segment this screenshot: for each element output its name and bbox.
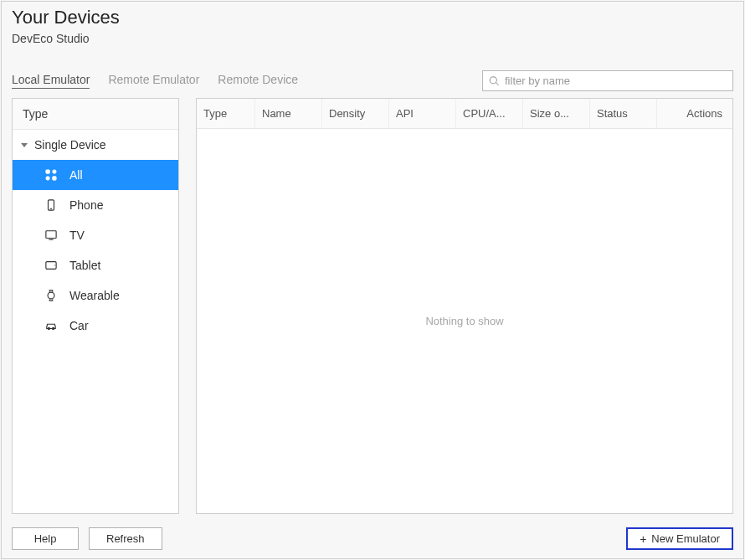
new-emulator-button[interactable]: + New Emulator bbox=[626, 527, 733, 550]
phone-icon bbox=[44, 198, 58, 212]
car-icon bbox=[44, 319, 58, 332]
sidebar-item-phone[interactable]: Phone bbox=[13, 190, 178, 220]
sidebar-item-car[interactable]: Car bbox=[13, 311, 178, 341]
header: Your Devices DevEco Studio bbox=[2, 2, 743, 52]
grid-icon bbox=[44, 168, 58, 182]
column-actions[interactable]: Actions bbox=[657, 99, 732, 128]
column-size[interactable]: Size o... bbox=[523, 99, 590, 128]
chevron-down-icon bbox=[21, 143, 28, 147]
tab-local-emulator[interactable]: Local Emulator bbox=[12, 73, 90, 89]
sidebar-item-label: Wearable bbox=[69, 289, 120, 302]
sidebar-header: Type bbox=[13, 99, 178, 130]
empty-state: Nothing to show bbox=[197, 129, 732, 513]
refresh-button[interactable]: Refresh bbox=[89, 527, 162, 550]
column-status[interactable]: Status bbox=[590, 99, 657, 128]
page-subtitle: DevEco Studio bbox=[12, 32, 733, 45]
tree-group-label: Single Device bbox=[34, 138, 106, 152]
tv-icon bbox=[44, 229, 58, 242]
column-name[interactable]: Name bbox=[255, 99, 322, 128]
tab-remote-device[interactable]: Remote Device bbox=[218, 73, 298, 89]
column-cpu[interactable]: CPU/A... bbox=[456, 99, 523, 128]
column-type[interactable]: Type bbox=[197, 99, 255, 128]
sidebar-item-wearable[interactable]: Wearable bbox=[13, 280, 178, 311]
sidebar-item-label: Phone bbox=[69, 198, 103, 212]
svg-point-9 bbox=[54, 265, 55, 265]
sidebar-item-tablet[interactable]: Tablet bbox=[13, 250, 178, 280]
body: Type Single Device All Phone bbox=[2, 98, 743, 521]
tabs: Local Emulator Remote Emulator Remote De… bbox=[12, 73, 298, 89]
sidebar: Type Single Device All Phone bbox=[12, 98, 179, 514]
watch-icon bbox=[44, 289, 58, 302]
new-emulator-label: New Emulator bbox=[651, 532, 720, 545]
svg-rect-2 bbox=[46, 177, 49, 180]
tabs-row: Local Emulator Remote Emulator Remote De… bbox=[2, 52, 743, 98]
svg-rect-0 bbox=[46, 170, 49, 173]
table-header: Type Name Density API CPU/A... Size o...… bbox=[197, 99, 732, 129]
page-title: Your Devices bbox=[12, 7, 733, 28]
svg-rect-6 bbox=[46, 231, 56, 239]
column-density[interactable]: Density bbox=[322, 99, 389, 128]
search-input[interactable] bbox=[482, 70, 733, 91]
svg-point-10 bbox=[48, 292, 54, 299]
footer: Help Refresh + New Emulator bbox=[2, 521, 743, 558]
tree-group-single-device[interactable]: Single Device bbox=[13, 130, 178, 160]
sidebar-item-all[interactable]: All bbox=[13, 160, 178, 190]
tab-remote-emulator[interactable]: Remote Emulator bbox=[108, 73, 199, 89]
search-wrap bbox=[482, 70, 733, 91]
tablet-icon bbox=[44, 259, 58, 272]
sidebar-item-tv[interactable]: TV bbox=[13, 220, 178, 250]
svg-rect-1 bbox=[53, 170, 56, 173]
svg-rect-3 bbox=[53, 177, 56, 180]
help-button[interactable]: Help bbox=[12, 527, 79, 550]
plus-icon: + bbox=[640, 533, 646, 545]
sidebar-item-label: All bbox=[69, 168, 83, 182]
main-panel: Type Name Density API CPU/A... Size o...… bbox=[196, 98, 733, 514]
column-api[interactable]: API bbox=[389, 99, 456, 128]
sidebar-item-label: Tablet bbox=[69, 259, 100, 272]
footer-left: Help Refresh bbox=[12, 527, 162, 550]
sidebar-item-label: TV bbox=[69, 229, 85, 242]
sidebar-item-label: Car bbox=[69, 319, 89, 332]
device-manager-window: Your Devices DevEco Studio Local Emulato… bbox=[1, 1, 744, 559]
search-icon bbox=[489, 75, 500, 86]
